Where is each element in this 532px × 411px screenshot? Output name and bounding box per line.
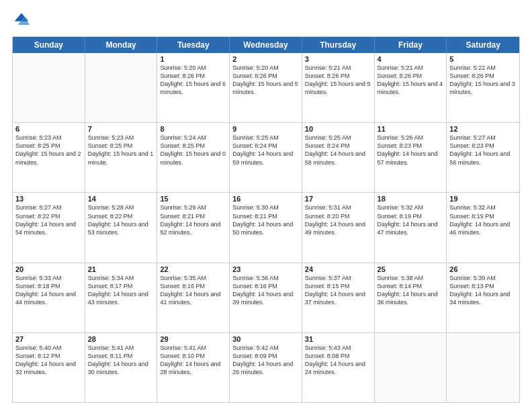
- cal-cell-r0c1: [85, 53, 158, 122]
- calendar-row-1: 6Sunrise: 5:23 AM Sunset: 8:25 PM Daylig…: [13, 122, 519, 192]
- cal-cell-r0c0: [13, 53, 85, 122]
- day-number: 16: [232, 195, 299, 203]
- day-number: 27: [15, 335, 82, 343]
- day-number: 29: [160, 335, 226, 343]
- page: SundayMondayTuesdayWednesdayThursdayFrid…: [0, 0, 532, 411]
- day-info: Sunrise: 5:32 AM Sunset: 8:19 PM Dayligh…: [449, 203, 517, 236]
- cal-cell-r2c6: 19Sunrise: 5:32 AM Sunset: 8:19 PM Dayli…: [447, 193, 519, 262]
- cal-cell-r3c2: 22Sunrise: 5:35 AM Sunset: 8:16 PM Dayli…: [157, 263, 230, 332]
- cal-cell-r2c2: 15Sunrise: 5:29 AM Sunset: 8:21 PM Dayli…: [157, 193, 230, 262]
- day-info: Sunrise: 5:42 AM Sunset: 8:09 PM Dayligh…: [232, 344, 299, 377]
- cal-cell-r1c6: 12Sunrise: 5:27 AM Sunset: 8:23 PM Dayli…: [447, 123, 519, 192]
- day-number: 20: [15, 265, 82, 273]
- day-info: Sunrise: 5:26 AM Sunset: 8:23 PM Dayligh…: [378, 134, 444, 167]
- cal-cell-r2c1: 14Sunrise: 5:28 AM Sunset: 8:22 PM Dayli…: [85, 193, 158, 262]
- calendar-row-2: 13Sunrise: 5:27 AM Sunset: 8:22 PM Dayli…: [13, 192, 519, 262]
- cal-cell-r4c5: [375, 333, 447, 402]
- day-number: 17: [305, 195, 371, 203]
- day-number: 14: [88, 195, 154, 203]
- day-info: Sunrise: 5:20 AM Sunset: 8:26 PM Dayligh…: [160, 64, 226, 97]
- cal-cell-r0c5: 4Sunrise: 5:21 AM Sunset: 8:26 PM Daylig…: [375, 53, 447, 122]
- day-info: Sunrise: 5:28 AM Sunset: 8:22 PM Dayligh…: [88, 203, 154, 236]
- day-number: 11: [378, 125, 444, 133]
- day-info: Sunrise: 5:29 AM Sunset: 8:21 PM Dayligh…: [160, 203, 226, 236]
- cal-cell-r3c6: 26Sunrise: 5:39 AM Sunset: 8:13 PM Dayli…: [447, 263, 519, 332]
- calendar-row-3: 20Sunrise: 5:33 AM Sunset: 8:18 PM Dayli…: [13, 263, 519, 332]
- day-info: Sunrise: 5:43 AM Sunset: 8:08 PM Dayligh…: [305, 344, 371, 377]
- day-info: Sunrise: 5:27 AM Sunset: 8:22 PM Dayligh…: [15, 203, 82, 236]
- header-day-wednesday: Wednesday: [230, 37, 302, 53]
- day-number: 24: [305, 265, 371, 273]
- cal-cell-r3c3: 23Sunrise: 5:36 AM Sunset: 8:16 PM Dayli…: [230, 263, 302, 332]
- cal-cell-r0c4: 3Sunrise: 5:21 AM Sunset: 8:26 PM Daylig…: [302, 53, 375, 122]
- day-number: 12: [449, 125, 517, 133]
- header-day-monday: Monday: [85, 37, 158, 53]
- day-number: 26: [449, 265, 517, 273]
- cal-cell-r4c2: 29Sunrise: 5:41 AM Sunset: 8:10 PM Dayli…: [157, 333, 230, 402]
- day-number: 13: [15, 195, 82, 203]
- day-info: Sunrise: 5:25 AM Sunset: 8:24 PM Dayligh…: [305, 134, 371, 167]
- day-info: Sunrise: 5:22 AM Sunset: 8:26 PM Dayligh…: [449, 64, 517, 97]
- day-number: 28: [88, 335, 154, 343]
- cal-cell-r1c3: 9Sunrise: 5:25 AM Sunset: 8:24 PM Daylig…: [230, 123, 302, 192]
- day-number: 25: [378, 265, 444, 273]
- cal-cell-r4c0: 27Sunrise: 5:40 AM Sunset: 8:12 PM Dayli…: [13, 333, 85, 402]
- day-number: 1: [160, 55, 226, 63]
- cal-cell-r0c3: 2Sunrise: 5:20 AM Sunset: 8:26 PM Daylig…: [230, 53, 302, 122]
- day-info: Sunrise: 5:23 AM Sunset: 8:25 PM Dayligh…: [15, 134, 82, 167]
- day-info: Sunrise: 5:39 AM Sunset: 8:13 PM Dayligh…: [449, 274, 517, 307]
- cal-cell-r3c1: 21Sunrise: 5:34 AM Sunset: 8:17 PM Dayli…: [85, 263, 158, 332]
- header-day-saturday: Saturday: [447, 37, 519, 53]
- day-number: 30: [232, 335, 299, 343]
- day-number: 21: [88, 265, 154, 273]
- day-number: 22: [160, 265, 226, 273]
- day-info: Sunrise: 5:30 AM Sunset: 8:21 PM Dayligh…: [232, 203, 299, 236]
- cal-cell-r1c5: 11Sunrise: 5:26 AM Sunset: 8:23 PM Dayli…: [375, 123, 447, 192]
- day-info: Sunrise: 5:37 AM Sunset: 8:15 PM Dayligh…: [305, 274, 371, 307]
- day-number: 8: [160, 125, 226, 133]
- day-info: Sunrise: 5:36 AM Sunset: 8:16 PM Dayligh…: [232, 274, 299, 307]
- cal-cell-r4c4: 31Sunrise: 5:43 AM Sunset: 8:08 PM Dayli…: [302, 333, 375, 402]
- cal-cell-r3c5: 25Sunrise: 5:38 AM Sunset: 8:14 PM Dayli…: [375, 263, 447, 332]
- cal-cell-r3c0: 20Sunrise: 5:33 AM Sunset: 8:18 PM Dayli…: [13, 263, 85, 332]
- cal-cell-r1c0: 6Sunrise: 5:23 AM Sunset: 8:25 PM Daylig…: [13, 123, 85, 192]
- cal-cell-r2c4: 17Sunrise: 5:31 AM Sunset: 8:20 PM Dayli…: [302, 193, 375, 262]
- cal-cell-r3c4: 24Sunrise: 5:37 AM Sunset: 8:15 PM Dayli…: [302, 263, 375, 332]
- cal-cell-r0c6: 5Sunrise: 5:22 AM Sunset: 8:26 PM Daylig…: [447, 53, 519, 122]
- day-number: 19: [449, 195, 517, 203]
- cal-cell-r1c2: 8Sunrise: 5:24 AM Sunset: 8:25 PM Daylig…: [157, 123, 230, 192]
- cal-cell-r4c3: 30Sunrise: 5:42 AM Sunset: 8:09 PM Dayli…: [230, 333, 302, 402]
- logo: [12, 11, 34, 30]
- calendar-body: 1Sunrise: 5:20 AM Sunset: 8:26 PM Daylig…: [13, 53, 519, 402]
- day-number: 5: [449, 55, 517, 63]
- day-info: Sunrise: 5:27 AM Sunset: 8:23 PM Dayligh…: [449, 134, 517, 167]
- logo-icon: [12, 11, 31, 30]
- day-info: Sunrise: 5:35 AM Sunset: 8:16 PM Dayligh…: [160, 274, 226, 307]
- cal-cell-r4c6: [447, 333, 519, 402]
- day-number: 9: [232, 125, 299, 133]
- day-info: Sunrise: 5:34 AM Sunset: 8:17 PM Dayligh…: [88, 274, 154, 307]
- day-number: 31: [305, 335, 371, 343]
- cal-cell-r1c4: 10Sunrise: 5:25 AM Sunset: 8:24 PM Dayli…: [302, 123, 375, 192]
- day-info: Sunrise: 5:33 AM Sunset: 8:18 PM Dayligh…: [15, 274, 82, 307]
- header: [12, 11, 520, 30]
- cal-cell-r0c2: 1Sunrise: 5:20 AM Sunset: 8:26 PM Daylig…: [157, 53, 230, 122]
- day-number: 23: [232, 265, 299, 273]
- cal-cell-r4c1: 28Sunrise: 5:41 AM Sunset: 8:11 PM Dayli…: [85, 333, 158, 402]
- day-number: 18: [378, 195, 444, 203]
- day-info: Sunrise: 5:32 AM Sunset: 8:19 PM Dayligh…: [378, 203, 444, 236]
- day-number: 15: [160, 195, 226, 203]
- day-info: Sunrise: 5:38 AM Sunset: 8:14 PM Dayligh…: [378, 274, 444, 307]
- day-number: 2: [232, 55, 299, 63]
- day-number: 3: [305, 55, 371, 63]
- header-day-sunday: Sunday: [13, 37, 85, 53]
- cal-cell-r2c3: 16Sunrise: 5:30 AM Sunset: 8:21 PM Dayli…: [230, 193, 302, 262]
- day-info: Sunrise: 5:41 AM Sunset: 8:10 PM Dayligh…: [160, 344, 226, 377]
- day-number: 7: [88, 125, 154, 133]
- cal-cell-r2c5: 18Sunrise: 5:32 AM Sunset: 8:19 PM Dayli…: [375, 193, 447, 262]
- calendar-row-4: 27Sunrise: 5:40 AM Sunset: 8:12 PM Dayli…: [13, 332, 519, 402]
- cal-cell-r2c0: 13Sunrise: 5:27 AM Sunset: 8:22 PM Dayli…: [13, 193, 85, 262]
- day-info: Sunrise: 5:21 AM Sunset: 8:26 PM Dayligh…: [378, 64, 444, 97]
- calendar-row-0: 1Sunrise: 5:20 AM Sunset: 8:26 PM Daylig…: [13, 53, 519, 122]
- day-info: Sunrise: 5:25 AM Sunset: 8:24 PM Dayligh…: [232, 134, 299, 167]
